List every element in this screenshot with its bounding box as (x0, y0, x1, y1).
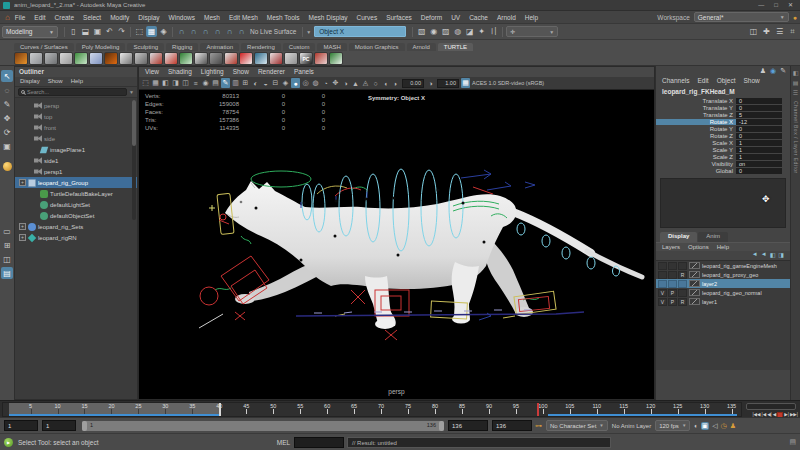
viewport-toolbar-icon[interactable]: ◑ (341, 78, 350, 88)
menu-edit[interactable]: Edit (34, 14, 45, 21)
current-frame-marker[interactable] (537, 403, 539, 416)
layer-color-swatch[interactable] (689, 262, 700, 269)
outliner-item-leopard_rigrn[interactable]: +leopard_rigRN (15, 232, 137, 243)
channel-row-scale-z[interactable]: Scale Z1 (656, 153, 790, 160)
menu-set-dropdown[interactable]: Modeling ▼ (2, 26, 58, 38)
viewport-toolbar-icon[interactable]: ⊟ (271, 78, 280, 88)
channelbox-toggle-icon[interactable]: ☰ (774, 26, 785, 37)
mesh-red-icon[interactable] (314, 52, 328, 65)
shelf-tab-poly-modeling[interactable]: Poly Modeling (76, 43, 126, 51)
channel-box-menu-show[interactable]: Show (743, 77, 759, 85)
shelf-tab-rigging[interactable]: Rigging (166, 43, 198, 51)
layer-row-layer2[interactable]: layer2 (656, 279, 790, 288)
half-red2-icon[interactable] (164, 52, 178, 65)
menu-modify[interactable]: Modify (110, 14, 129, 21)
channel-value-field[interactable]: 0 (736, 126, 782, 132)
tool-dropdown[interactable]: ✛ ▼ (506, 26, 558, 37)
save-scene-icon[interactable]: ▣ (92, 26, 103, 37)
menu-curves[interactable]: Curves (357, 14, 378, 21)
layer-color-swatch[interactable] (689, 289, 700, 296)
outliner-search-input[interactable]: Search... (18, 88, 127, 96)
outliner-item-persp[interactable]: persp (15, 100, 137, 111)
channel-value-field[interactable]: 0 (736, 98, 782, 104)
expander-icon[interactable]: + (19, 223, 26, 230)
render-current-icon[interactable]: ◉ (428, 26, 439, 37)
channel-box-menu-channels[interactable]: Channels (662, 77, 689, 85)
half-red-icon[interactable] (149, 52, 163, 65)
menu-create[interactable]: Create (55, 14, 75, 21)
turtle-bake-icon[interactable] (14, 52, 28, 65)
outliner-item-side[interactable]: side (15, 133, 137, 144)
channel-value-field[interactable]: -12 (736, 119, 782, 125)
menu-cache[interactable]: Cache (469, 14, 488, 21)
leaf-green-icon[interactable] (329, 52, 343, 65)
range-boundary-handle[interactable] (219, 403, 221, 416)
layer-p-toggle[interactable] (668, 271, 677, 279)
range-slider[interactable]: 1 136 (82, 421, 444, 431)
layer-v-toggle[interactable] (658, 280, 667, 288)
viewport-toolbar-icon[interactable]: ≡ (191, 78, 200, 88)
cells-icon[interactable] (119, 52, 133, 65)
checker-green-icon[interactable] (74, 52, 88, 65)
colorspace-label[interactable]: ACES 1.0 SDR-video (sRGB) (472, 80, 544, 86)
new-scene-icon[interactable]: ▯ (68, 26, 79, 37)
outliner-item-side1[interactable]: side1 (15, 155, 137, 166)
close-button[interactable]: ✕ (788, 0, 793, 11)
sphere-dark-icon[interactable] (209, 52, 223, 65)
fps-dropdown[interactable]: 120 fps ▼ (655, 420, 690, 431)
layer-row-leopard_rig_proxy_geo[interactable]: Rleopard_rig_proxy_geo (656, 270, 790, 279)
menu-file[interactable]: File (15, 14, 25, 21)
menu-display[interactable]: Display (138, 14, 159, 21)
shelf-tab-motion-graphics[interactable]: Motion Graphics (349, 43, 405, 51)
select-component-icon[interactable]: ◈ (158, 26, 169, 37)
select-hierarchy-icon[interactable]: ⬚ (134, 26, 145, 37)
pin-character-icon[interactable]: ♟ (760, 67, 766, 75)
channel-row-rotate-y[interactable]: Rotate Y0 (656, 125, 790, 132)
layer-p-toggle[interactable] (668, 280, 677, 288)
menu-surfaces[interactable]: Surfaces (386, 14, 412, 21)
outliner-item-leopard_rig_group[interactable]: +leopard_rig_Group (15, 177, 137, 188)
channel-value-field[interactable]: 1 (736, 154, 782, 160)
symmetry-object-field[interactable]: Object X (314, 26, 406, 37)
auto-keyframe-icon[interactable]: ⊶ (535, 422, 542, 430)
viewport-toolbar-icon[interactable]: ◗ (391, 78, 400, 88)
playback-end-field[interactable]: 136 (448, 420, 488, 431)
snap-surface-icon[interactable]: ∩ (236, 26, 247, 37)
layer-v-toggle[interactable] (658, 271, 667, 279)
viewport-toolbar-icon[interactable]: ◒ (261, 78, 270, 88)
layer-editor-tab-display[interactable]: Display (660, 232, 697, 242)
menu-select[interactable]: Select (83, 14, 101, 21)
channel-value-field[interactable]: 1 (736, 140, 782, 146)
render-settings-icon[interactable]: ◍ (452, 26, 463, 37)
viewport-toolbar-icon[interactable]: ◍ (311, 78, 320, 88)
anim-layer-label[interactable]: No Anim Layer (612, 423, 651, 429)
channel-row-global[interactable]: Global0 (656, 167, 790, 174)
layer-p-toggle[interactable]: P (668, 289, 677, 297)
plus-panel-icon[interactable]: ✚ (761, 26, 772, 37)
layer-color-swatch[interactable] (689, 271, 700, 278)
ring-gray-icon[interactable] (134, 52, 148, 65)
snap-projected-icon[interactable]: ∩ (212, 26, 223, 37)
layout-outliner-icon[interactable]: ▤ (1, 267, 13, 279)
gamma-field[interactable]: 1.00 (437, 79, 459, 88)
fire-icon[interactable] (104, 52, 118, 65)
current-frame-field[interactable] (746, 403, 796, 410)
viewport-toolbar-icon[interactable]: ▲ (351, 78, 360, 88)
layer-editor-menu-help[interactable]: Help (717, 244, 729, 250)
last-tool-icon[interactable] (3, 162, 12, 171)
layer-editor-menu-options[interactable]: Options (688, 244, 709, 250)
snap-view-icon[interactable]: ∩ (224, 26, 235, 37)
viewport-toolbar-icon[interactable]: ⊞ (241, 78, 250, 88)
viewport-toolbar-icon[interactable]: ◨ (171, 78, 180, 88)
timeline-track[interactable]: 5101520253035404550556065707580859095100… (2, 402, 742, 417)
tool-settings-tab-icon[interactable]: ☰ (793, 89, 798, 96)
outliner-menu-show[interactable]: Show (48, 78, 63, 85)
render-view-icon[interactable]: ▧ (416, 26, 427, 37)
shelf-tab-sculpting[interactable]: Sculpting (127, 43, 164, 51)
snap-point-icon[interactable]: ∩ (200, 26, 211, 37)
outliner-item-imageplane1[interactable]: imagePlane1 (15, 144, 137, 155)
layer-p-toggle[interactable] (668, 262, 677, 270)
channel-value-field[interactable]: 0 (736, 105, 782, 111)
shelf-tab-rendering[interactable]: Rendering (241, 43, 281, 51)
anim-start-field[interactable]: 1 (4, 420, 38, 431)
